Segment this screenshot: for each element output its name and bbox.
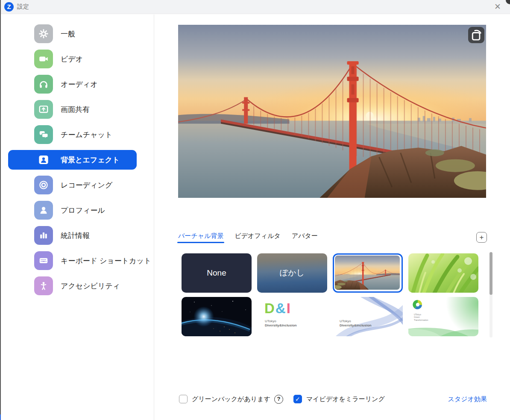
rotate-preview-button[interactable] — [468, 27, 484, 43]
background-option-utokyo-green[interactable]: UTokyo Green Transformation — [408, 297, 478, 336]
record-circle-icon — [34, 176, 53, 194]
sidebar-item-label: ビデオ — [61, 54, 83, 64]
dandi-caption: UTokyo Diversity&Inclusion — [265, 319, 297, 328]
tab-video-filter[interactable]: ビデオフィルタ — [234, 232, 280, 243]
sidebar-item-general[interactable]: 一般 — [8, 24, 137, 44]
keyboard-icon — [34, 251, 53, 270]
blur-label: ぼかし — [280, 267, 305, 279]
background-tabs: バーチャル背景 ビデオフィルタ アバター + — [178, 232, 487, 245]
sidebar-item-background-effects[interactable]: 背景とエフェクト — [8, 150, 137, 170]
sidebar-item-video[interactable]: ビデオ — [8, 49, 137, 69]
background-option-bridge-selected[interactable] — [333, 253, 403, 293]
gear-icon — [34, 24, 53, 43]
sidebar-item-label: キーボード ショートカット — [61, 256, 151, 266]
background-option-grass[interactable] — [408, 253, 478, 293]
sidebar-item-label: 一般 — [61, 29, 75, 39]
accessibility-icon — [34, 276, 53, 295]
sidebar-item-label: 背景とエフェクト — [61, 155, 120, 165]
sidebar-item-label: プロフィール — [61, 206, 105, 215]
close-icon[interactable]: ✕ — [491, 1, 504, 12]
video-camera-icon — [34, 50, 53, 68]
add-background-button[interactable]: + — [476, 232, 487, 243]
sidebar-item-label: オーディオ — [61, 79, 98, 89]
none-label: None — [207, 268, 226, 278]
rotate-icon — [468, 27, 484, 43]
background-option-utokyo-waves[interactable]: UTokyo Diversity&Inclusion — [333, 297, 403, 336]
headphones-icon — [34, 75, 53, 94]
person-in-frame-icon — [37, 153, 50, 166]
sidebar-item-profile[interactable]: プロフィール — [8, 200, 137, 220]
sidebar-item-screen-share[interactable]: 画面共有 — [8, 100, 137, 119]
help-icon[interactable]: ? — [274, 395, 283, 404]
sidebar-item-label: チームチャット — [61, 130, 112, 140]
tab-avatar[interactable]: アバター — [292, 232, 318, 243]
sidebar-item-team-chat[interactable]: チームチャット — [8, 125, 137, 144]
sidebar-item-label: アクセシビリティ — [61, 281, 120, 291]
mirror-video-checkbox[interactable]: ✓ — [293, 395, 302, 403]
dandi-logo: D&I — [264, 300, 291, 317]
mirror-video-label: マイビデオをミラーリング — [306, 395, 385, 403]
thumbnail-scrollbar-track[interactable] — [489, 252, 492, 338]
virtual-background-preview — [178, 25, 486, 198]
sidebar-item-accessibility[interactable]: アクセシビリティ — [8, 276, 137, 296]
screen-share-icon — [34, 100, 53, 119]
tab-virtual-background[interactable]: バーチャル背景 — [178, 232, 223, 243]
background-option-utokyo-dandi-logo[interactable]: D&I UTokyo Diversity&Inclusion — [257, 297, 327, 336]
green-logo — [413, 300, 422, 309]
studio-effects-link[interactable]: スタジオ効果 — [448, 395, 487, 403]
sidebar-item-audio[interactable]: オーディオ — [8, 74, 137, 94]
person-icon — [34, 201, 53, 220]
sidebar-item-keyboard-shortcuts[interactable]: キーボード ショートカット — [8, 251, 137, 270]
background-option-earth[interactable] — [182, 297, 252, 336]
sidebar-item-label: 統計情報 — [61, 231, 90, 241]
titlebar: Z 設定 — [0, 0, 510, 14]
green-screen-checkbox[interactable] — [179, 395, 188, 403]
bar-chart-icon — [34, 226, 53, 245]
background-option-blur[interactable]: ぼかし — [257, 253, 327, 293]
green-screen-label: グリーンバックがあります — [192, 395, 270, 403]
sidebar-item-label: 画面共有 — [61, 105, 90, 115]
green-caption: UTokyo Green Transformation — [414, 313, 428, 321]
background-options-footer: グリーンバックがあります ? ✓ マイビデオをミラーリング スタジオ効果 — [179, 393, 487, 405]
chat-bubbles-icon — [34, 125, 53, 144]
background-option-none[interactable]: None — [182, 253, 252, 293]
background-thumbnail-grid: None ぼかし — [182, 253, 478, 336]
sidebar-item-statistics[interactable]: 統計情報 — [8, 226, 137, 245]
settings-sidebar: 一般 ビデオ オーディオ 画面共有 チームチャット 背景とエフェクト — [1, 15, 154, 420]
zoom-logo-icon: Z — [4, 2, 14, 12]
thumbnail-scrollbar-thumb[interactable] — [489, 252, 492, 295]
window-title: 設定 — [17, 3, 29, 11]
sidebar-item-recording[interactable]: レコーディング — [8, 175, 137, 195]
sidebar-item-label: レコーディング — [61, 180, 112, 190]
waves-caption: UTokyo Diversity&Inclusion — [340, 319, 372, 328]
